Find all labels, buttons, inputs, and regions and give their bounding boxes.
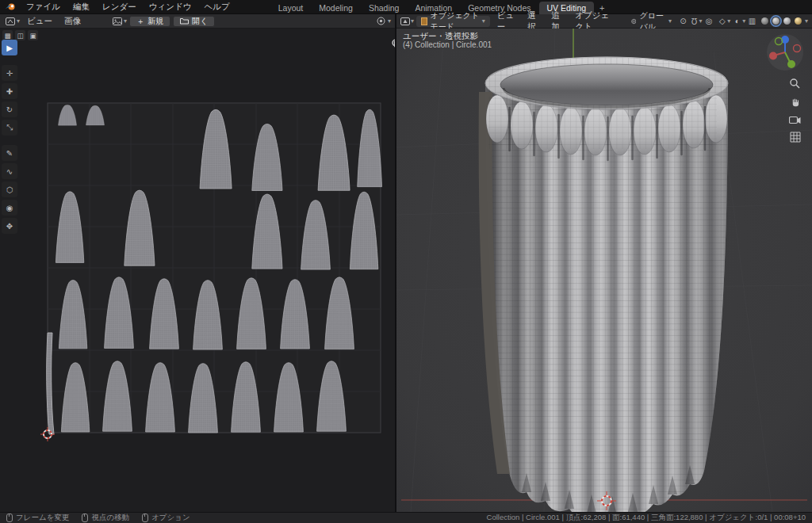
- active-collection-label: (4) Collection | Circle.001: [403, 40, 492, 50]
- tab-modeling[interactable]: Modeling: [311, 2, 361, 14]
- zoom-icon[interactable]: [789, 78, 801, 90]
- status-options-label: オプション: [151, 513, 190, 523]
- gizmo-x-axis[interactable]: [769, 52, 777, 60]
- scale-tool[interactable]: ⤡: [2, 120, 17, 136]
- pivot-point-dropdown-icon[interactable]: ⊙: [679, 16, 688, 27]
- status-move-view: 視点の移動: [82, 513, 129, 523]
- overlays-dropdown-icon[interactable]: ▾: [742, 17, 745, 25]
- menu-file[interactable]: ファイル: [21, 2, 66, 13]
- editor-type-dropdown-icon[interactable]: ▾: [17, 17, 20, 25]
- rotate-tool[interactable]: ↻: [2, 101, 17, 117]
- menu-edit[interactable]: 編集: [67, 2, 95, 13]
- view-projection-label: ユーザー・透視投影: [403, 31, 492, 40]
- editor-type-icon-3d[interactable]: [400, 16, 410, 27]
- scene-statistics: Collection | Circle.001 | 頂点:62,208 | 面:…: [487, 513, 806, 523]
- folder-icon: [180, 17, 189, 25]
- menu-window[interactable]: ウィンドウ: [144, 2, 197, 13]
- navigation-gizmo[interactable]: [766, 33, 804, 73]
- viewport-overlay-text: ユーザー・透視投影 (4) Collection | Circle.001: [403, 31, 492, 50]
- mode-dropdown-icon: ▾: [482, 17, 485, 25]
- blender-logo-icon[interactable]: [5, 2, 16, 12]
- smear-tool[interactable]: ∿: [2, 163, 17, 179]
- orientation-dropdown-icon: ▾: [668, 17, 672, 25]
- workspace: ▾ ビュー 画像 ▾ ＋ 新規 開く: [0, 14, 812, 512]
- menu-help[interactable]: ヘルプ: [198, 2, 235, 13]
- camera-view-icon[interactable]: [789, 115, 801, 124]
- status-options: オプション: [142, 513, 190, 523]
- plus-icon: ＋: [136, 16, 144, 27]
- grab-tool[interactable]: ✥: [2, 218, 17, 234]
- overlays-icon[interactable]: ◐: [733, 16, 741, 27]
- tab-shading[interactable]: Shading: [361, 2, 408, 14]
- annotate-tool[interactable]: ✎: [2, 145, 17, 161]
- uv-overlay-options-icon[interactable]: [375, 16, 387, 27]
- pan-hand-icon[interactable]: [790, 97, 801, 108]
- uv-editor-header: ▾ ビュー 画像 ▾ ＋ 新規 開く: [0, 14, 395, 29]
- shading-dropdown-icon[interactable]: ▾: [805, 17, 808, 25]
- uv-editor-pane: ▾ ビュー 画像 ▾ ＋ 新規 開く: [0, 14, 396, 512]
- uv-menu-image[interactable]: 画像: [59, 16, 86, 27]
- uv-menu-view[interactable]: ビュー: [22, 16, 57, 27]
- new-image-button[interactable]: ＋ 新規: [129, 16, 170, 27]
- shading-material-icon[interactable]: [783, 17, 791, 25]
- tab-layout[interactable]: Layout: [270, 2, 312, 14]
- blender-window: ファイル 編集 レンダー ウィンドウ ヘルプ Layout Modeling S…: [0, 0, 812, 523]
- global-orientation-icon: [631, 17, 637, 25]
- viewport-side-tools: [789, 78, 801, 143]
- status-move-view-label: 視点の移動: [91, 513, 129, 523]
- uv-toolbar: ▶ ✛ ✚ ↻ ⤡ ✎ ∿ ⬡ ◉ ✥: [2, 40, 19, 234]
- mode-dropdown[interactable]: オブジェクトモード ▾: [416, 16, 490, 27]
- shading-solid-icon[interactable]: [772, 17, 779, 25]
- snap-magnet-icon[interactable]: Ω: [690, 16, 699, 27]
- proportional-editing-icon[interactable]: ◎: [705, 16, 714, 27]
- shading-wireframe-icon[interactable]: [761, 17, 768, 25]
- viewport-3d-pane: ▾ オブジェクトモード ▾ ビュー 選択 追加 オブジェクト グローバル ▾ ⊙…: [396, 14, 812, 512]
- viewport-header: ▾ オブジェクトモード ▾ ビュー 選択 追加 オブジェクト グローバル ▾ ⊙…: [396, 14, 812, 29]
- pin-tool[interactable]: ◉: [2, 200, 17, 216]
- editor-type-dropdown-icon-3d[interactable]: ▾: [411, 17, 414, 25]
- shading-rendered-icon[interactable]: [795, 17, 802, 25]
- editor-type-icon[interactable]: [4, 16, 16, 27]
- polygon-tool[interactable]: ⬡: [2, 181, 17, 197]
- uv-overlay-dropdown-icon[interactable]: ▾: [388, 17, 391, 25]
- open-image-label: 開く: [192, 16, 208, 27]
- right-mouse-icon: [142, 513, 148, 522]
- pivot-point-icon[interactable]: ▣: [28, 30, 38, 40]
- uv-islands: [0, 29, 395, 512]
- gizmo-dropdown-icon[interactable]: ▾: [727, 17, 730, 25]
- status-change-frame: フレームを変更: [6, 513, 69, 523]
- left-mouse-icon: [6, 513, 13, 522]
- cursor-tool[interactable]: ✛: [2, 65, 17, 81]
- image-browse-dropdown-icon[interactable]: ▾: [124, 17, 127, 25]
- middle-mouse-icon: [82, 513, 88, 522]
- transform-orientation-dropdown[interactable]: グローバル ▾: [626, 16, 676, 27]
- snap-dropdown-icon[interactable]: ▾: [699, 17, 703, 25]
- viewport-scene: [396, 29, 812, 512]
- mesh-object[interactable]: [479, 57, 728, 512]
- move-tool[interactable]: ✚: [2, 83, 17, 99]
- object-mode-icon: [421, 17, 427, 25]
- orthographic-grid-icon[interactable]: [790, 132, 801, 143]
- tweak-select-tool[interactable]: ▶: [2, 40, 17, 55]
- image-browse-icon[interactable]: [111, 16, 123, 27]
- gizmo-y-axis[interactable]: [787, 60, 795, 68]
- open-image-button[interactable]: 開く: [173, 16, 215, 27]
- uv-canvas[interactable]: ▩ ◫ ▣ ▶ ✛ ✚ ↻ ⤡ ✎ ∿ ⬡ ◉ ✥: [0, 29, 395, 512]
- menu-render[interactable]: レンダー: [97, 2, 142, 13]
- viewport-canvas[interactable]: ユーザー・透視投影 (4) Collection | Circle.001: [396, 29, 812, 512]
- status-change-frame-label: フレームを変更: [16, 513, 69, 523]
- show-gizmo-icon[interactable]: ◇: [718, 16, 726, 27]
- shading-mode-group: [761, 17, 802, 25]
- pan-hand-icon[interactable]: [391, 38, 395, 49]
- xray-toggle-icon[interactable]: ▥: [748, 16, 756, 27]
- new-image-label: 新規: [147, 16, 163, 27]
- topbar: ファイル 編集 レンダー ウィンドウ ヘルプ Layout Modeling S…: [0, 0, 812, 14]
- status-bar: フレームを変更 視点の移動 オプション Collection | Circle.…: [0, 512, 812, 523]
